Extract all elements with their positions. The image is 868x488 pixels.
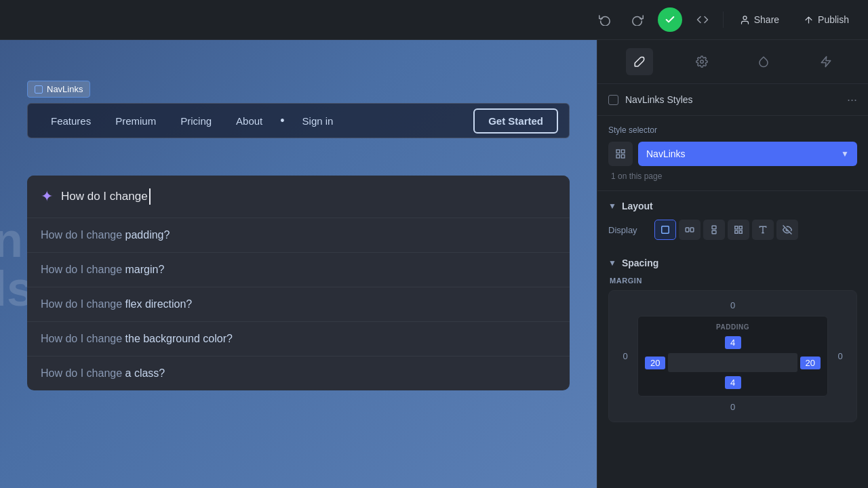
svg-rect-12 bbox=[735, 226, 738, 229]
ai-suggestion-flex[interactable]: How do I change flex direction? bbox=[27, 287, 570, 321]
code-view-button[interactable] bbox=[690, 7, 715, 32]
display-label: Display bbox=[608, 225, 649, 235]
ai-suggestion-highlight-0: padding? bbox=[125, 229, 170, 241]
spacing-box: 0 0 PADDING 4 20 20 bbox=[608, 290, 857, 422]
display-text-button[interactable] bbox=[752, 220, 774, 240]
display-options bbox=[654, 220, 798, 240]
layout-chevron-icon: ▼ bbox=[608, 201, 616, 211]
display-flex-v-button[interactable] bbox=[703, 220, 725, 240]
ai-suggestion-class[interactable]: How do I change a class? bbox=[27, 356, 570, 390]
nav-component-name: NavLinks bbox=[47, 84, 83, 94]
nav-component: NavLinks Features Premium Pricing About … bbox=[27, 81, 570, 138]
panel-tabs bbox=[597, 40, 868, 84]
style-selector-section: Style selector NavLinks ▼ 1 on this page bbox=[597, 116, 868, 191]
margin-bottom-row: 0 bbox=[617, 401, 848, 413]
selected-style-name: NavLinks bbox=[646, 148, 686, 159]
nav-cta-button[interactable]: Get Started bbox=[473, 108, 558, 134]
ai-suggestion-prefix-4: How do I change bbox=[41, 367, 125, 379]
spacing-section-header[interactable]: ▼ Spacing bbox=[597, 248, 868, 274]
svg-rect-14 bbox=[735, 230, 738, 233]
spacing-chevron-icon: ▼ bbox=[608, 258, 616, 268]
tab-brush[interactable] bbox=[626, 48, 653, 75]
padding-left-value[interactable]: 20 bbox=[645, 357, 665, 369]
display-row: Display bbox=[597, 217, 868, 248]
style-selector-dropdown[interactable]: NavLinks ▼ bbox=[638, 142, 857, 166]
panel-title: NavLinks Styles bbox=[625, 94, 693, 105]
svg-marker-2 bbox=[821, 57, 831, 67]
display-grid-button[interactable] bbox=[728, 220, 749, 240]
display-flex-h-button[interactable] bbox=[679, 220, 701, 240]
ai-sparkle-icon: ✦ bbox=[41, 188, 53, 205]
margin-top-row: 0 bbox=[617, 299, 848, 312]
spacing-section-title: Spacing bbox=[622, 258, 658, 268]
style-selector-label: Style selector bbox=[608, 125, 857, 135]
nav-link-features[interactable]: Features bbox=[39, 110, 103, 132]
ai-suggestion-padding[interactable]: How do I change padding? bbox=[27, 218, 570, 252]
share-label: Share bbox=[754, 14, 779, 25]
ai-input-text: How do I change bbox=[61, 188, 151, 205]
ai-suggestion-prefix-2: How do I change bbox=[41, 298, 125, 310]
publish-button[interactable]: Publish bbox=[795, 7, 857, 32]
display-hidden-button[interactable] bbox=[776, 220, 798, 240]
ai-suggestion-highlight-3: the background color? bbox=[125, 333, 233, 344]
display-block-button[interactable] bbox=[654, 220, 676, 240]
svg-rect-3 bbox=[616, 150, 620, 153]
ai-suggestion-bg-color[interactable]: How do I change the background color? bbox=[27, 321, 570, 356]
nav-signin[interactable]: Sign in bbox=[290, 110, 346, 132]
panel-more-button[interactable]: ··· bbox=[847, 94, 857, 106]
ai-suggestion-prefix-3: How do I change bbox=[41, 333, 125, 344]
svg-rect-11 bbox=[712, 230, 716, 234]
ai-suggestion-prefix-1: How do I change bbox=[41, 264, 125, 275]
svg-rect-9 bbox=[690, 228, 694, 232]
ai-suggestion-margin[interactable]: How do I change margin? bbox=[27, 252, 570, 287]
nav-bar: Features Premium Pricing About • Sign in… bbox=[27, 103, 570, 138]
ai-suggestion-prefix-0: How do I change bbox=[41, 229, 125, 241]
nav-link-premium[interactable]: Premium bbox=[103, 110, 168, 132]
undo-button[interactable] bbox=[593, 7, 617, 32]
chevron-down-icon: ▼ bbox=[841, 149, 849, 159]
padding-inner-box: PADDING 4 20 20 4 bbox=[637, 316, 828, 396]
navlinks-checkbox[interactable] bbox=[608, 95, 618, 105]
nav-links-group: Features Premium Pricing About • Sign in bbox=[39, 110, 473, 132]
ai-prompt-box: ✦ How do I change How do I change paddin… bbox=[27, 176, 570, 390]
svg-rect-8 bbox=[686, 228, 689, 232]
selector-icon-box bbox=[608, 142, 633, 166]
padding-middle-row: 20 20 bbox=[645, 353, 821, 372]
share-button[interactable]: Share bbox=[732, 7, 787, 32]
nav-link-about[interactable]: About bbox=[224, 110, 275, 132]
panel-header: NavLinks Styles ··· bbox=[597, 84, 868, 116]
svg-rect-5 bbox=[616, 155, 620, 158]
publish-label: Publish bbox=[818, 14, 849, 25]
margin-top-value[interactable]: 0 bbox=[726, 299, 740, 312]
main-area: nls NavLinks Features Premium Pricing Ab… bbox=[0, 40, 868, 488]
svg-rect-4 bbox=[621, 150, 625, 153]
nav-link-pricing[interactable]: Pricing bbox=[168, 110, 224, 132]
panel-header-left: NavLinks Styles bbox=[608, 94, 693, 105]
svg-rect-13 bbox=[739, 226, 742, 229]
svg-rect-7 bbox=[662, 226, 669, 234]
canvas[interactable]: nls NavLinks Features Premium Pricing Ab… bbox=[0, 40, 597, 488]
layout-section-header[interactable]: ▼ Layout bbox=[597, 191, 868, 217]
topbar: Share Publish bbox=[0, 0, 868, 40]
status-check-button[interactable] bbox=[658, 7, 682, 32]
padding-top-value[interactable]: 4 bbox=[725, 336, 741, 349]
svg-rect-6 bbox=[621, 155, 625, 158]
padding-right-value[interactable]: 20 bbox=[800, 357, 821, 369]
tab-bolt[interactable] bbox=[812, 48, 840, 75]
ai-input-row[interactable]: ✦ How do I change bbox=[27, 176, 570, 218]
topbar-divider bbox=[723, 12, 724, 28]
svg-point-1 bbox=[700, 60, 703, 64]
tab-gear[interactable] bbox=[688, 48, 715, 75]
redo-button[interactable] bbox=[625, 7, 650, 32]
ai-suggestion-highlight-4: a class? bbox=[125, 367, 165, 379]
nav-label-box-icon bbox=[35, 85, 43, 94]
padding-bottom-value[interactable]: 4 bbox=[725, 376, 741, 389]
tab-drops[interactable] bbox=[750, 48, 777, 75]
margin-bottom-value[interactable]: 0 bbox=[726, 401, 740, 413]
margin-right-value[interactable]: 0 bbox=[832, 316, 848, 396]
svg-rect-15 bbox=[739, 230, 742, 233]
ai-suggestions-list: How do I change padding? How do I change… bbox=[27, 218, 570, 390]
ai-suggestion-highlight-2: flex direction? bbox=[125, 298, 193, 310]
nav-component-label[interactable]: NavLinks bbox=[27, 81, 90, 98]
margin-left-value[interactable]: 0 bbox=[617, 316, 633, 396]
